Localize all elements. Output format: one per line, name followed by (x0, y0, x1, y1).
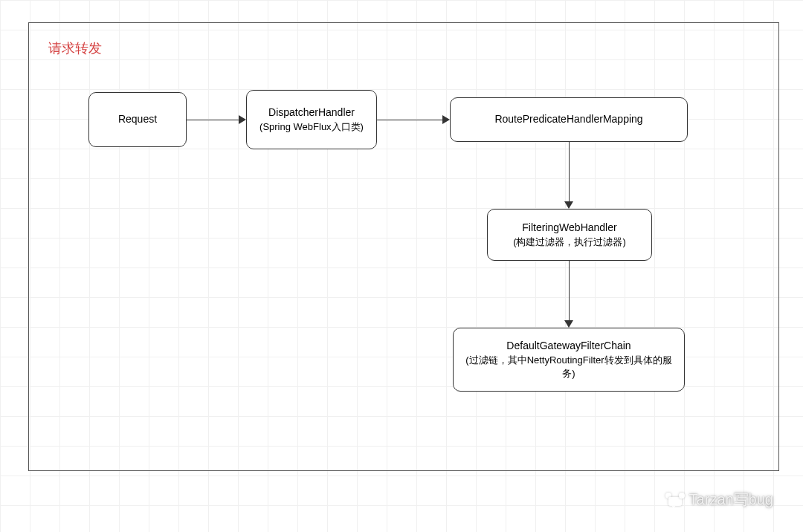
node-route: RoutePredicateHandlerMapping (450, 97, 688, 142)
arrow-4-head (564, 320, 573, 328)
node-dispatcher-label1: DispatcherHandler (268, 106, 355, 120)
node-request-label: Request (118, 112, 157, 127)
node-chain-label2: (过滤链，其中NettyRoutingFilter转发到具体的服务) (461, 354, 677, 380)
node-filtering-label2: (构建过滤器，执行过滤器) (513, 236, 626, 249)
node-dispatcher: DispatcherHandler (Spring WebFlux入口类) (246, 90, 377, 149)
wechat-icon (665, 493, 685, 507)
watermark: Tarzan写bug (665, 490, 773, 510)
arrow-2-line (377, 120, 442, 120)
node-chain: DefaultGatewayFilterChain (过滤链，其中NettyRo… (453, 328, 685, 392)
diagram-title: 请求转发 (48, 39, 102, 57)
arrow-2-head (442, 115, 450, 124)
arrow-3-line (569, 142, 570, 201)
watermark-text: Tarzan写bug (689, 490, 773, 510)
node-filtering-label1: FilteringWebHandler (522, 221, 616, 236)
arrow-4-line (569, 261, 570, 320)
node-dispatcher-label2: (Spring WebFlux入口类) (259, 120, 364, 134)
node-route-label: RoutePredicateHandlerMapping (494, 112, 642, 127)
node-chain-label1: DefaultGatewayFilterChain (506, 339, 631, 354)
arrow-1-line (187, 120, 239, 120)
node-filtering: FilteringWebHandler (构建过滤器，执行过滤器) (487, 209, 652, 261)
arrow-3-head (564, 201, 573, 209)
arrow-1-head (239, 115, 246, 124)
diagram-container: 请求转发 Request DispatcherHandler (Spring W… (28, 22, 779, 471)
node-request: Request (88, 92, 187, 147)
